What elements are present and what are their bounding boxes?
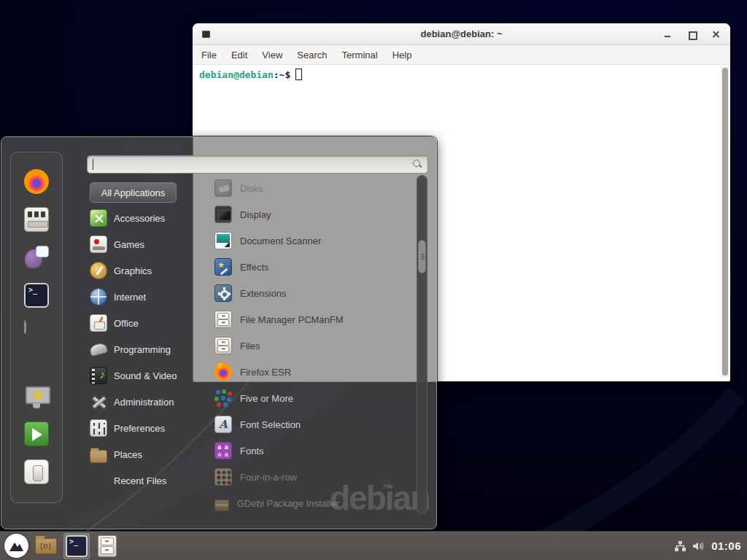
lock-screen-icon[interactable] bbox=[24, 384, 49, 408]
category-office[interactable]: Office bbox=[90, 312, 199, 334]
app-item-document-scanner[interactable]: Document Scanner bbox=[214, 230, 413, 251]
favorite-terminal-icon[interactable] bbox=[24, 283, 49, 308]
programming-icon bbox=[89, 342, 109, 357]
search-caret bbox=[93, 159, 93, 170]
terminal-titlebar[interactable]: debian@debian: ~ bbox=[193, 23, 730, 45]
menu-terminal[interactable]: Terminal bbox=[335, 47, 385, 63]
menu-search[interactable]: Search bbox=[290, 47, 334, 63]
display-icon bbox=[214, 206, 232, 223]
sound-video-icon bbox=[90, 367, 107, 384]
terminal-scrollbar[interactable] bbox=[721, 66, 729, 377]
app-item-files[interactable]: Files bbox=[214, 335, 413, 356]
menu-help[interactable]: Help bbox=[385, 47, 419, 63]
favorite-mixer-settings-icon[interactable] bbox=[24, 207, 49, 232]
four-in-a-row-icon bbox=[214, 468, 232, 486]
shell-prompt: debian@debian:~$ bbox=[199, 69, 302, 80]
menu-button[interactable] bbox=[4, 534, 28, 558]
category-programming[interactable]: Programming bbox=[90, 338, 199, 360]
folder-icon bbox=[35, 538, 57, 554]
administration-icon bbox=[90, 393, 107, 411]
app-item-font-selection[interactable]: Font Selection bbox=[214, 414, 413, 435]
maximize-icon[interactable] bbox=[687, 30, 696, 39]
window-icon bbox=[202, 31, 210, 38]
application-menu: All Applications Accessories Games Graph… bbox=[1, 136, 437, 529]
category-administration[interactable]: Administration bbox=[90, 391, 199, 413]
favorite-firefox-icon[interactable] bbox=[24, 169, 49, 194]
prompt-suffix: :~$ bbox=[274, 69, 290, 80]
graphics-icon bbox=[90, 262, 107, 279]
category-all-applications[interactable]: All Applications bbox=[90, 182, 177, 203]
category-accessories[interactable]: Accessories bbox=[90, 207, 199, 229]
font-selection-icon bbox=[214, 416, 232, 433]
taskbar-files-button[interactable] bbox=[94, 533, 120, 559]
volume-icon[interactable] bbox=[692, 540, 705, 552]
internet-icon bbox=[90, 288, 107, 306]
category-games[interactable]: Games bbox=[90, 233, 199, 255]
category-places[interactable]: Places bbox=[90, 443, 199, 465]
menu-button-logo-icon bbox=[4, 534, 28, 558]
close-icon[interactable] bbox=[711, 30, 720, 39]
app-item-disks[interactable]: Disks bbox=[214, 178, 413, 198]
app-list-scrollbar[interactable] bbox=[417, 175, 427, 514]
minimize-icon[interactable] bbox=[663, 30, 672, 39]
taskbar: 01:06 bbox=[0, 531, 747, 560]
gdebi-icon bbox=[214, 499, 229, 511]
terminal-icon bbox=[66, 535, 88, 557]
favorite-file-manager-icon[interactable] bbox=[24, 320, 26, 334]
document-scanner-icon bbox=[214, 232, 232, 249]
terminal-cursor bbox=[295, 69, 302, 80]
app-item-effects[interactable]: Effects bbox=[214, 257, 413, 277]
file-cabinet-icon bbox=[98, 535, 117, 557]
app-item-firefox-esr[interactable]: Firefox ESR bbox=[214, 362, 413, 382]
app-item-file-manager-pcmanfm[interactable]: File Manager PCManFM bbox=[214, 309, 413, 330]
log-out-icon[interactable] bbox=[24, 421, 49, 446]
desktop[interactable]: debian debian@debian: ~ File Edit View S… bbox=[0, 0, 747, 560]
terminal-menubar: File Edit View Search Terminal Help bbox=[193, 45, 730, 65]
clock[interactable]: 01:06 bbox=[711, 540, 741, 552]
search-icon bbox=[413, 160, 422, 169]
app-item-five-or-more[interactable]: Five or More bbox=[214, 388, 413, 408]
category-graphics[interactable]: Graphics bbox=[90, 260, 199, 281]
app-item-display[interactable]: Display bbox=[214, 204, 413, 225]
category-sound-video[interactable]: Sound & Video bbox=[90, 365, 199, 386]
taskbar-terminal-button[interactable] bbox=[63, 533, 90, 559]
file-cabinet-icon bbox=[214, 337, 232, 354]
app-item-gdebi-package-installer[interactable]: GDebi Package Installer bbox=[214, 493, 413, 513]
menu-view[interactable]: View bbox=[255, 47, 290, 63]
places-icon bbox=[90, 450, 107, 463]
app-item-fonts[interactable]: Fonts bbox=[214, 440, 413, 461]
file-cabinet-icon bbox=[214, 311, 232, 328]
disks-icon bbox=[214, 179, 232, 197]
terminal-scrollbar-thumb[interactable] bbox=[722, 68, 728, 376]
app-item-four-in-a-row[interactable]: Four-in-a-row bbox=[214, 467, 413, 487]
favorites-panel bbox=[10, 152, 63, 503]
preferences-icon bbox=[90, 419, 107, 437]
window-title: debian@debian: ~ bbox=[193, 28, 730, 39]
menu-edit[interactable]: Edit bbox=[224, 47, 255, 63]
shut-down-icon[interactable] bbox=[24, 459, 49, 484]
fonts-icon bbox=[214, 442, 232, 459]
prompt-user-host: debian@debian bbox=[199, 69, 274, 80]
system-tray: 01:06 bbox=[674, 540, 747, 552]
firefox-icon bbox=[214, 363, 232, 381]
taskbar-file-manager-folder[interactable] bbox=[33, 533, 59, 559]
favorite-pidgin-icon[interactable] bbox=[24, 245, 49, 270]
app-list-scrollbar-thumb[interactable] bbox=[418, 240, 426, 273]
network-icon[interactable] bbox=[674, 540, 686, 552]
category-internet[interactable]: Internet bbox=[90, 286, 199, 308]
accessories-icon bbox=[90, 209, 107, 227]
search-input[interactable] bbox=[87, 155, 428, 174]
category-recent-files[interactable]: Recent Files bbox=[90, 470, 199, 491]
effects-icon bbox=[214, 258, 232, 276]
office-icon bbox=[90, 314, 107, 332]
app-item-extensions[interactable]: Extensions bbox=[214, 283, 413, 303]
five-or-more-icon bbox=[214, 389, 232, 407]
games-icon bbox=[90, 236, 107, 253]
category-preferences[interactable]: Preferences bbox=[90, 417, 199, 439]
extensions-icon bbox=[214, 284, 232, 302]
menu-file[interactable]: File bbox=[194, 47, 224, 63]
